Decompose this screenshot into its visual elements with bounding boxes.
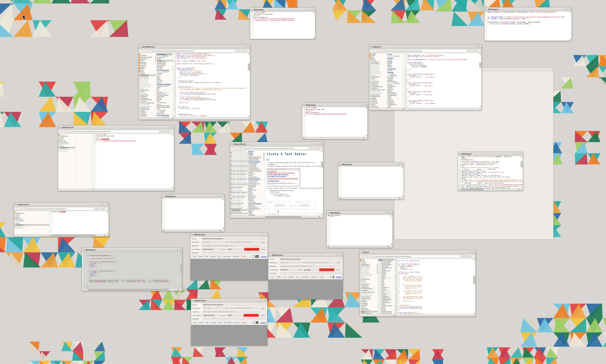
scroll-up-grip[interactable] — [569, 12, 571, 14]
scrollbar-thumb[interactable] — [248, 64, 250, 70]
outline-method[interactable]: static fetchChunks — [378, 265, 394, 267]
username-input[interactable] — [202, 241, 224, 243]
file-item[interactable]: vivide/ — [369, 58, 387, 60]
outline-method[interactable]: getToken — [388, 84, 403, 86]
menu-icon[interactable]: ≡ — [192, 234, 193, 236]
titlebar[interactable]: ≡Workspace–▢✕ — [250, 8, 315, 12]
menu-icon[interactable]: ≡ — [303, 104, 305, 106]
file-item[interactable]: files.js — [360, 311, 378, 312]
titlebar[interactable]: ≡GitHub Sync–▢✕ — [269, 253, 343, 257]
maximize-button[interactable]: ▢ — [262, 234, 264, 235]
file-item[interactable]: bibliography.js — [138, 89, 156, 91]
share-icon[interactable]: ⚯ — [236, 49, 239, 52]
file-item[interactable]: auth-dropbox.js — [369, 65, 387, 66]
forward-icon[interactable]: → — [18, 207, 21, 210]
npm-install-button[interactable]: npm install — [300, 275, 310, 278]
code-line[interactable]: 37} — [403, 106, 481, 107]
file-item[interactable]: lively-container-navbar.png — [230, 195, 247, 196]
outline-method[interactable]: setText — [248, 192, 265, 194]
file-item[interactable]: lively-file-browser-item.js — [230, 214, 247, 216]
code-line[interactable]: 7PULL — [458, 165, 523, 167]
scroll-up-grip[interactable] — [401, 167, 403, 169]
file-item[interactable]: auth.js — [138, 87, 156, 89]
scroll-left-grip[interactable] — [403, 108, 404, 110]
back-icon[interactable]: ← — [14, 207, 17, 210]
code-line[interactable]: 6nothing to commit, working directory cl… — [458, 164, 523, 165]
code-line[interactable]: 18 } — [173, 78, 250, 79]
share-icon[interactable]: ⚯ — [160, 130, 163, 133]
code-line[interactable]: 35 } — [82, 286, 182, 287]
file-item[interactable]: auth-googledrive.js — [360, 273, 378, 275]
window-annotations-js-browser[interactable]: ≡annotations.js–▢✕ ←→↑⌂ ⚯↗⊘… ../ContextJ… — [138, 45, 250, 120]
npm-install-button[interactable]: npm install — [223, 321, 232, 324]
file-item[interactable]: auth-github.js — [369, 66, 387, 68]
imprint-link[interactable]: imprint — [336, 276, 342, 278]
outline-method[interactable]: onLoadVersionButton — [248, 169, 265, 170]
menu-icon[interactable]: ≡ — [486, 8, 487, 11]
code-line[interactable]: 31 lively.moveBy(elementA, lively.pt(xdi… — [82, 280, 182, 281]
squash-button[interactable]: squash — [287, 275, 295, 278]
branch-input[interactable] — [304, 269, 318, 271]
up-icon[interactable]: ↑ — [367, 255, 370, 258]
scroll-up-grip[interactable] — [365, 108, 367, 109]
file-item[interactable]: triples/ — [369, 55, 387, 57]
file-item[interactable]: contextmenu.js.l4a — [369, 92, 387, 94]
file-item[interactable]: favorites.js — [360, 304, 378, 306]
file-list[interactable]: lively-cache-viewer.pnglively-cloudscrip… — [230, 151, 248, 216]
npm-test-button[interactable]: npm test — [233, 321, 241, 324]
code-line[interactable]: 2COMMIT A — [458, 157, 523, 159]
file-item[interactable]: lively-editor.html — [230, 208, 247, 209]
more-icon[interactable]: … — [320, 147, 323, 150]
delete-button[interactable]: delete — [241, 255, 247, 258]
outline-method[interactable]: static parseSourceRefe — [378, 264, 394, 265]
file-item[interactable]: lively-cloudscripting-credentials.png — [230, 164, 247, 165]
minimize-button[interactable]: – — [334, 254, 336, 256]
code-line[interactable]: 192// .map(entry => dir + '/' — [394, 293, 475, 295]
minimize-button[interactable]: – — [472, 46, 474, 48]
outline-method[interactable]: static isVideo — [378, 307, 394, 308]
outline-method[interactable]: static current — [388, 73, 403, 75]
url-input[interactable] — [72, 130, 160, 133]
outline-method[interactable]: equalsRegion — [157, 57, 172, 58]
scroll-down-grip[interactable] — [401, 195, 403, 196]
titlebar[interactable]: ≡Workspace–▢✕ — [485, 7, 572, 11]
status-button[interactable]: status — [198, 321, 204, 324]
scrollbar-thumb[interactable] — [521, 161, 523, 167]
code-line[interactable]: 5>>>>>>> 304a24cbcf762da5a38cd2d558828ab… — [302, 114, 367, 115]
code-line[interactable]: 18 } — [403, 78, 481, 79]
outline-method[interactable]: getCursor — [248, 198, 265, 200]
outline-class[interactable]: Issue — [388, 53, 403, 55]
minimize-button[interactable]: – — [466, 251, 468, 253]
outline-method[interactable]: static visualizeFileTreeN — [378, 305, 394, 307]
close-button[interactable]: ✕ — [264, 300, 266, 301]
code-line[interactable]: 23 } — [82, 267, 182, 269]
titlebar[interactable]: ≡Workspace–▢✕ — [458, 152, 523, 156]
outline-method[interactable]: codeMirrorMark — [157, 62, 172, 63]
code-editor[interactable]: import [default as AnnotationSet, Annota… — [485, 11, 572, 41]
file-item[interactable]: favorites.js — [138, 115, 156, 117]
file-list[interactable]: utils/vivide/about.jsannotations.jsauth-… — [360, 259, 378, 314]
file-item[interactable]: boot.js — [369, 78, 387, 79]
minimize-button[interactable]: – — [165, 126, 167, 128]
titlebar[interactable]: ≡annotations.js–▢✕ — [138, 45, 250, 49]
maximize-button[interactable]: ▢ — [317, 143, 319, 145]
outline-method[interactable]: storeValue — [388, 77, 403, 78]
outline-method[interactable]: onPaste — [248, 172, 265, 173]
scroll-right-grip[interactable] — [104, 234, 106, 236]
menu-icon[interactable]: ≡ — [83, 249, 84, 251]
window-files-js-browser[interactable]: ≡files.js–▢✕ ←→↑⌂ ⚯↗⊘… utils/vivide/abou… — [359, 250, 475, 317]
file-item[interactable]: container-scoped-d3.js — [360, 291, 378, 293]
maximize-button[interactable]: ▢ — [218, 195, 220, 197]
code-line[interactable]: 28 ydir = 1 — [82, 275, 182, 276]
outline-method[interactable]: constructor constructor — [157, 55, 172, 57]
outline-method[interactable]: static exists — [378, 282, 394, 284]
file-item[interactable]: contextmenu.js.l4a — [138, 105, 156, 107]
outline-method[interactable]: static fromJSON — [157, 110, 172, 111]
code-line[interactable]: 13CONFLICT (content): Merge conflict in … — [458, 175, 523, 176]
outline-method[interactable]: updateOtherEditors — [248, 158, 265, 159]
file-item[interactable]: clipboard.js — [369, 83, 387, 84]
file-item[interactable]: command-history.js — [360, 288, 378, 290]
file-item[interactable]: constants.js — [138, 100, 156, 102]
file-item[interactable]: constants.js — [360, 290, 378, 291]
file-item[interactable]: lively-debugger.js — [230, 204, 247, 206]
